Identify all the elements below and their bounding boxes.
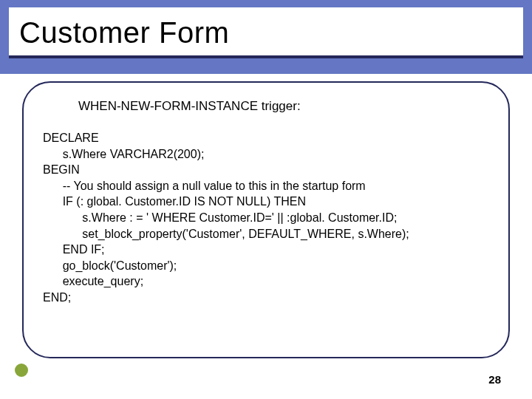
slide-header-band: Customer Form <box>0 0 532 74</box>
content-frame: WHEN-NEW-FORM-INSTANCE trigger: DECLARE … <box>22 81 510 358</box>
content-area: WHEN-NEW-FORM-INSTANCE trigger: DECLARE … <box>0 74 532 399</box>
page-number: 28 <box>488 373 501 386</box>
page-title: Customer Form <box>19 16 513 50</box>
trigger-label: WHEN-NEW-FORM-INSTANCE trigger: <box>78 99 489 114</box>
bullet-dot-icon <box>15 364 28 377</box>
title-box: Customer Form <box>9 7 523 58</box>
code-block: DECLARE s.Where VARCHAR2(200); BEGIN -- … <box>43 130 489 306</box>
